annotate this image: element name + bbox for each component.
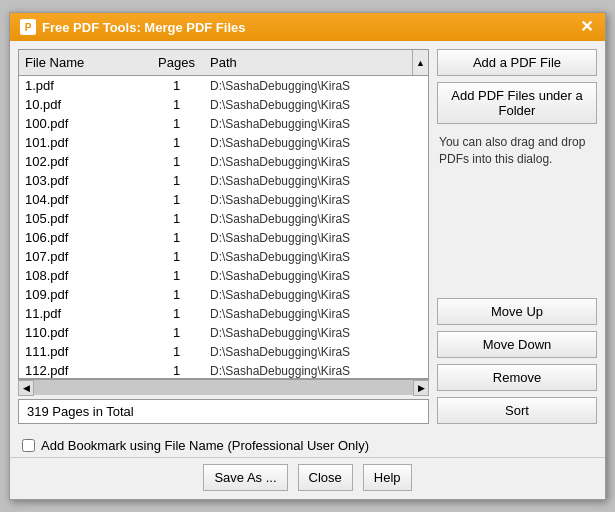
left-panel: File Name Pages Path ▲ 1.pdf1D:\SashaDeb… bbox=[18, 49, 429, 424]
close-button[interactable]: Close bbox=[298, 464, 353, 491]
table-row[interactable]: 1.pdf1D:\SashaDebugging\KiraS bbox=[19, 76, 428, 95]
table-row[interactable]: 110.pdf1D:\SashaDebugging\KiraS bbox=[19, 323, 428, 342]
table-row[interactable]: 109.pdf1D:\SashaDebugging\KiraS bbox=[19, 285, 428, 304]
row-file-name: 112.pdf bbox=[19, 362, 149, 378]
bookmark-label: Add Bookmark using File Name (Profession… bbox=[41, 438, 369, 453]
add-pdf-button[interactable]: Add a PDF File bbox=[437, 49, 597, 76]
checkbox-row: Add Bookmark using File Name (Profession… bbox=[10, 432, 605, 457]
table-row[interactable]: 102.pdf1D:\SashaDebugging\KiraS bbox=[19, 152, 428, 171]
main-window: P Free PDF Tools: Merge PDF Files ✕ File… bbox=[9, 12, 606, 500]
row-file-name: 107.pdf bbox=[19, 248, 149, 265]
title-bar: P Free PDF Tools: Merge PDF Files ✕ bbox=[10, 13, 605, 41]
row-file-name: 1.pdf bbox=[19, 77, 149, 94]
scroll-track[interactable] bbox=[34, 380, 413, 395]
drag-drop-hint: You can also drag and drop PDFs into thi… bbox=[437, 130, 597, 172]
row-pages: 1 bbox=[149, 362, 204, 378]
row-path: D:\SashaDebugging\KiraS bbox=[204, 211, 428, 227]
table-row[interactable]: 105.pdf1D:\SashaDebugging\KiraS bbox=[19, 209, 428, 228]
table-row[interactable]: 111.pdf1D:\SashaDebugging\KiraS bbox=[19, 342, 428, 361]
row-file-name: 108.pdf bbox=[19, 267, 149, 284]
row-file-name: 111.pdf bbox=[19, 343, 149, 360]
table-row[interactable]: 107.pdf1D:\SashaDebugging\KiraS bbox=[19, 247, 428, 266]
file-list-container: File Name Pages Path ▲ 1.pdf1D:\SashaDeb… bbox=[18, 49, 429, 379]
row-path: D:\SashaDebugging\KiraS bbox=[204, 192, 428, 208]
move-down-button[interactable]: Move Down bbox=[437, 331, 597, 358]
column-header-name: File Name bbox=[19, 53, 149, 72]
row-file-name: 100.pdf bbox=[19, 115, 149, 132]
table-row[interactable]: 103.pdf1D:\SashaDebugging\KiraS bbox=[19, 171, 428, 190]
table-row[interactable]: 108.pdf1D:\SashaDebugging\KiraS bbox=[19, 266, 428, 285]
right-panel: Add a PDF File Add PDF Files under a Fol… bbox=[437, 49, 597, 424]
file-list-body[interactable]: 1.pdf1D:\SashaDebugging\KiraS10.pdf1D:\S… bbox=[19, 76, 428, 378]
remove-button[interactable]: Remove bbox=[437, 364, 597, 391]
row-pages: 1 bbox=[149, 248, 204, 265]
row-pages: 1 bbox=[149, 343, 204, 360]
scroll-left-arrow[interactable]: ◀ bbox=[18, 380, 34, 396]
row-pages: 1 bbox=[149, 96, 204, 113]
row-pages: 1 bbox=[149, 324, 204, 341]
title-bar-left: P Free PDF Tools: Merge PDF Files bbox=[20, 19, 245, 35]
row-file-name: 11.pdf bbox=[19, 305, 149, 322]
table-row[interactable]: 100.pdf1D:\SashaDebugging\KiraS bbox=[19, 114, 428, 133]
content-area: File Name Pages Path ▲ 1.pdf1D:\SashaDeb… bbox=[10, 41, 605, 432]
row-pages: 1 bbox=[149, 286, 204, 303]
horizontal-scrollbar[interactable]: ◀ ▶ bbox=[18, 379, 429, 395]
row-pages: 1 bbox=[149, 77, 204, 94]
bottom-buttons: Save As ... Close Help bbox=[10, 457, 605, 499]
row-file-name: 103.pdf bbox=[19, 172, 149, 189]
add-folder-button[interactable]: Add PDF Files under a Folder bbox=[437, 82, 597, 124]
spacer bbox=[437, 178, 597, 292]
column-header-pages: Pages bbox=[149, 53, 204, 72]
close-icon[interactable]: ✕ bbox=[578, 19, 595, 35]
row-path: D:\SashaDebugging\KiraS bbox=[204, 306, 428, 322]
row-pages: 1 bbox=[149, 229, 204, 246]
row-path: D:\SashaDebugging\KiraS bbox=[204, 325, 428, 341]
row-path: D:\SashaDebugging\KiraS bbox=[204, 78, 428, 94]
row-path: D:\SashaDebugging\KiraS bbox=[204, 116, 428, 132]
row-path: D:\SashaDebugging\KiraS bbox=[204, 135, 428, 151]
row-file-name: 104.pdf bbox=[19, 191, 149, 208]
row-pages: 1 bbox=[149, 115, 204, 132]
table-row[interactable]: 104.pdf1D:\SashaDebugging\KiraS bbox=[19, 190, 428, 209]
column-header-path: Path bbox=[204, 53, 428, 72]
row-path: D:\SashaDebugging\KiraS bbox=[204, 173, 428, 189]
row-pages: 1 bbox=[149, 153, 204, 170]
table-row[interactable]: 112.pdf1D:\SashaDebugging\KiraS bbox=[19, 361, 428, 378]
row-path: D:\SashaDebugging\KiraS bbox=[204, 344, 428, 360]
row-pages: 1 bbox=[149, 305, 204, 322]
row-file-name: 106.pdf bbox=[19, 229, 149, 246]
pages-total-bar: 319 Pages in Total bbox=[18, 399, 429, 424]
table-row[interactable]: 10.pdf1D:\SashaDebugging\KiraS bbox=[19, 95, 428, 114]
row-file-name: 105.pdf bbox=[19, 210, 149, 227]
row-path: D:\SashaDebugging\KiraS bbox=[204, 249, 428, 265]
bookmark-checkbox[interactable] bbox=[22, 439, 35, 452]
row-pages: 1 bbox=[149, 172, 204, 189]
header-scroll-up[interactable]: ▲ bbox=[412, 50, 428, 75]
row-file-name: 109.pdf bbox=[19, 286, 149, 303]
move-up-button[interactable]: Move Up bbox=[437, 298, 597, 325]
row-file-name: 10.pdf bbox=[19, 96, 149, 113]
scroll-right-arrow[interactable]: ▶ bbox=[413, 380, 429, 396]
row-pages: 1 bbox=[149, 191, 204, 208]
pages-total-text: 319 Pages in Total bbox=[27, 404, 134, 419]
table-row[interactable]: 101.pdf1D:\SashaDebugging\KiraS bbox=[19, 133, 428, 152]
table-row[interactable]: 11.pdf1D:\SashaDebugging\KiraS bbox=[19, 304, 428, 323]
row-file-name: 102.pdf bbox=[19, 153, 149, 170]
row-file-name: 110.pdf bbox=[19, 324, 149, 341]
row-path: D:\SashaDebugging\KiraS bbox=[204, 97, 428, 113]
row-path: D:\SashaDebugging\KiraS bbox=[204, 154, 428, 170]
row-path: D:\SashaDebugging\KiraS bbox=[204, 230, 428, 246]
row-path: D:\SashaDebugging\KiraS bbox=[204, 363, 428, 379]
sort-button[interactable]: Sort bbox=[437, 397, 597, 424]
row-path: D:\SashaDebugging\KiraS bbox=[204, 287, 428, 303]
app-icon: P bbox=[20, 19, 36, 35]
window-title: Free PDF Tools: Merge PDF Files bbox=[42, 20, 245, 35]
row-file-name: 101.pdf bbox=[19, 134, 149, 151]
table-row[interactable]: 106.pdf1D:\SashaDebugging\KiraS bbox=[19, 228, 428, 247]
save-as-button[interactable]: Save As ... bbox=[203, 464, 287, 491]
file-list-header: File Name Pages Path ▲ bbox=[19, 50, 428, 76]
row-pages: 1 bbox=[149, 210, 204, 227]
row-pages: 1 bbox=[149, 134, 204, 151]
help-button[interactable]: Help bbox=[363, 464, 412, 491]
row-path: D:\SashaDebugging\KiraS bbox=[204, 268, 428, 284]
